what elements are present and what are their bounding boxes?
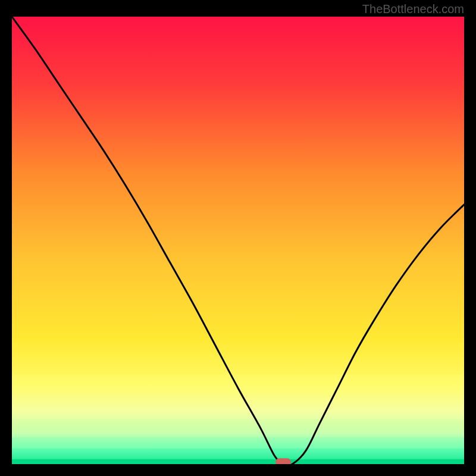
minimum-marker (275, 458, 291, 464)
watermark-text: TheBottleneck.com (362, 2, 464, 16)
svg-rect-1 (12, 419, 464, 433)
gradient-background (12, 17, 464, 464)
svg-rect-2 (12, 437, 464, 449)
plot-frame (12, 17, 464, 464)
chart-svg (12, 17, 464, 464)
svg-rect-3 (12, 449, 464, 458)
green-floor (12, 459, 464, 464)
